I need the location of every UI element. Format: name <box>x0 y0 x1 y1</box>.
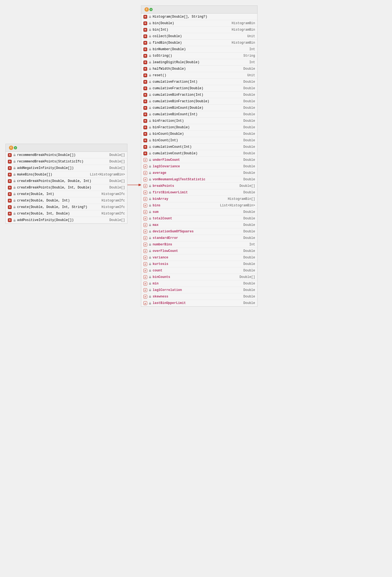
lock-icon <box>148 243 152 246</box>
member-name: binFraction(Double) <box>153 126 240 129</box>
member-type: Double <box>243 113 255 116</box>
list-item: m reset()Unit <box>141 72 257 79</box>
member-name: create(Double, Double, Int) <box>17 199 98 203</box>
member-type: Double <box>243 288 255 292</box>
lock-icon <box>148 204 152 207</box>
lock-icon <box>148 282 152 285</box>
svg-rect-30 <box>149 199 151 200</box>
member-name: cumulativeBinCount(Double) <box>153 106 240 110</box>
member-name: bin(Double) <box>153 21 229 25</box>
lock-icon <box>148 230 152 233</box>
member-type: Double[] <box>239 275 255 279</box>
companion-header: C ● <box>6 144 127 152</box>
list-item: p averageDouble <box>141 170 257 176</box>
svg-rect-41 <box>149 270 151 272</box>
list-item: m cumulativeBinFraction(Int)Double <box>141 92 257 98</box>
member-type: HistogramIfc <box>102 205 125 209</box>
member-type: Double[] <box>109 153 125 157</box>
svg-rect-6 <box>149 43 151 44</box>
svg-rect-7 <box>149 49 151 51</box>
svg-rect-5 <box>149 36 151 38</box>
svg-rect-42 <box>149 277 151 278</box>
member-type: Double[] <box>109 179 125 183</box>
member-type: Double <box>243 301 255 305</box>
list-item: m binNumber(Double)Int <box>141 46 257 53</box>
member-name: cumulativeBinFraction(Int) <box>153 93 240 97</box>
member-name: cumulativeCount(Double) <box>153 152 240 155</box>
svg-rect-24 <box>149 160 151 161</box>
member-name: binCount(Double) <box>153 132 240 136</box>
svg-rect-48 <box>13 161 15 163</box>
histogram-members: m Histogram(Double[], String?)m bin(Doub… <box>141 14 257 306</box>
list-item: m create(Double, Double, Int)HistogramIf… <box>6 197 127 204</box>
list-item: m binFraction(Int)Double <box>141 118 257 124</box>
svg-rect-29 <box>149 192 151 194</box>
member-type: Double <box>243 191 255 194</box>
svg-rect-46 <box>149 303 151 304</box>
member-type: Double <box>243 223 255 227</box>
lock-icon <box>148 41 152 44</box>
member-type: Double <box>243 165 255 168</box>
companion-sub-icon: ● <box>14 146 17 149</box>
lock-icon <box>13 179 16 183</box>
member-name: leadingDigitRule(Double) <box>153 60 246 64</box>
member-name: vonNeumannLag1TestStatistic <box>153 178 240 181</box>
member-name: variance <box>153 256 240 259</box>
lock-icon <box>148 15 152 18</box>
member-name: bin(Int) <box>153 28 229 32</box>
member-name: overFlowCount <box>153 249 240 253</box>
lock-icon <box>148 74 152 77</box>
lock-icon <box>13 219 16 222</box>
member-type: Double[] <box>109 218 125 222</box>
member-type: List<HistogramBin> <box>90 173 125 177</box>
member-name: underFlowCount <box>153 158 240 162</box>
list-item: m createBreakPoints(Double, Int, Double)… <box>6 184 127 191</box>
lock-icon <box>148 100 152 103</box>
member-type: Double <box>243 269 255 273</box>
list-item: p breakPointsDouble[] <box>141 183 257 189</box>
lock-icon <box>148 61 152 64</box>
member-type: Double[] <box>109 160 125 164</box>
list-item: p lag1CovarianceDouble <box>141 163 257 170</box>
member-name: Histogram(Double[], String?) <box>153 15 255 19</box>
svg-rect-56 <box>13 213 15 215</box>
list-item: p sumDouble <box>141 209 257 215</box>
svg-rect-51 <box>13 181 15 182</box>
diagram-container: C ● m Histogram(Double[], String?)m bin(… <box>0 0 392 577</box>
list-item: p binCountsDouble[] <box>141 274 257 280</box>
lock-icon <box>148 171 152 175</box>
svg-rect-45 <box>149 296 151 298</box>
member-name: bins <box>153 204 217 207</box>
svg-rect-22 <box>149 147 151 148</box>
member-name: create(Double, Int, Double) <box>17 212 98 216</box>
histogram-header: C ● <box>141 6 257 14</box>
list-item: m leadingDigitRule(Double)Int <box>141 59 257 66</box>
lock-icon <box>148 67 152 70</box>
lock-icon <box>148 93 152 97</box>
svg-rect-21 <box>149 140 151 142</box>
lock-icon <box>148 22 152 25</box>
svg-rect-23 <box>149 153 151 155</box>
list-item: m bin(Double)HistogramBin <box>141 20 257 27</box>
lock-icon <box>13 186 16 189</box>
member-type: Double <box>243 152 255 155</box>
svg-rect-2 <box>149 17 151 18</box>
list-item: m toString()String <box>141 53 257 59</box>
list-item: p vonNeumannLag1TestStatisticDouble <box>141 176 257 183</box>
lock-icon <box>148 28 152 31</box>
member-name: kurtosis <box>153 262 240 266</box>
lock-icon <box>148 236 152 240</box>
lock-icon <box>148 35 152 38</box>
lock-icon <box>148 126 152 129</box>
lock-icon <box>148 275 152 279</box>
member-name: findBin(Double) <box>153 41 229 45</box>
histogram-class-icon: C <box>144 7 149 12</box>
list-item: p firstBinLowerLimitDouble <box>141 189 257 196</box>
svg-rect-27 <box>149 179 151 181</box>
svg-rect-40 <box>149 264 151 265</box>
svg-rect-4 <box>149 30 151 31</box>
member-type: Int <box>249 47 255 51</box>
member-name: breakPoints <box>153 184 236 188</box>
member-name: binCounts <box>153 275 236 279</box>
member-type: Double <box>243 132 255 136</box>
